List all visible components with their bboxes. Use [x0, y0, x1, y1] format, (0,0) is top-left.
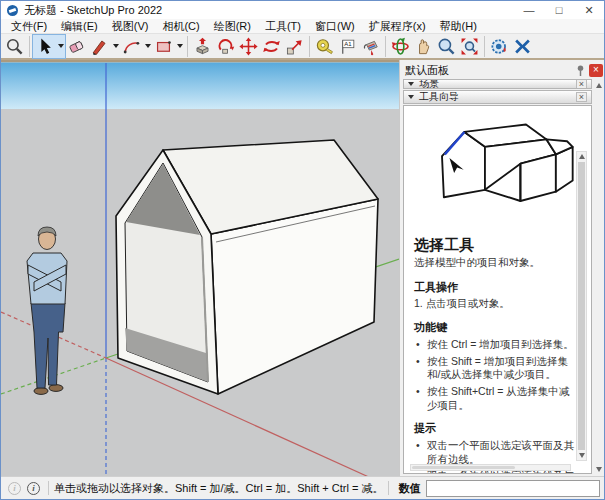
arc-icon — [122, 37, 141, 56]
line-tool-dropdown[interactable] — [111, 35, 120, 58]
trimble-connect-button[interactable] — [511, 35, 534, 58]
tray-scrollbar[interactable] — [593, 79, 605, 478]
eraser-tool-button[interactable] — [65, 35, 88, 58]
maximize-button[interactable]: □ — [544, 1, 574, 19]
follow-me-tool-button[interactable] — [214, 35, 237, 58]
tape-measure-tool-button[interactable] — [313, 35, 336, 58]
tip-item: 双击一个平面以选定该平面及其所有边线。 — [414, 439, 575, 466]
toolbar-separator — [484, 36, 485, 57]
section-close-icon[interactable]: × — [576, 79, 587, 89]
paint-bucket-icon — [361, 37, 380, 56]
scale-icon — [285, 37, 304, 56]
tray-scroll-down-icon[interactable] — [596, 467, 602, 472]
menu-item[interactable]: 绘图(R) — [208, 18, 257, 35]
text-tool-button[interactable]: A1 — [336, 35, 359, 58]
tray-title-bar[interactable]: 默认面板 × — [400, 60, 605, 79]
menu-item[interactable]: 相机(C) — [156, 18, 205, 35]
illus-right-wall — [520, 154, 555, 201]
model-canvas — [1, 60, 399, 478]
menu-bar: 文件(F)编辑(E)视图(V)相机(C)绘图(R)工具(T)窗口(W)扩展程序(… — [1, 19, 604, 34]
measurement-input[interactable] — [426, 480, 600, 497]
scroll-up-icon[interactable] — [579, 154, 585, 159]
operation-heading: 工具操作 — [414, 280, 575, 295]
orbit-tool-button[interactable] — [389, 35, 412, 58]
close-button[interactable]: ✕ — [574, 1, 604, 19]
sketchup-logo-icon — [7, 5, 18, 16]
search-button[interactable] — [3, 35, 26, 58]
instructor-illustration — [414, 114, 575, 234]
tape-measure-icon — [315, 37, 334, 56]
zoom-extents-button[interactable] — [458, 35, 481, 58]
scrollbar-thumb[interactable] — [578, 162, 585, 450]
menu-item[interactable]: 编辑(E) — [55, 18, 104, 35]
tray-section-instructor[interactable]: 工具向导 × — [403, 90, 592, 104]
rectangle-tool-button[interactable] — [152, 35, 184, 58]
menu-item[interactable]: 视图(V) — [106, 18, 155, 35]
trimble-connect-icon — [513, 37, 532, 56]
select-tool-button[interactable] — [33, 35, 65, 58]
zoom-icon — [437, 37, 456, 56]
status-separator — [388, 481, 389, 495]
tray-scroll-up-icon[interactable] — [596, 83, 602, 88]
modifier-key-item: 按住 Shift = 增加项目到选择集和/或从选择集中减少项目。 — [414, 355, 575, 382]
toolbar-separator — [309, 36, 310, 57]
line-tool-button[interactable] — [88, 35, 120, 58]
zoom-tool-button[interactable] — [435, 35, 458, 58]
arc-tool-dropdown[interactable] — [143, 35, 152, 58]
operation-step: 1. 点击项目或对象。 — [414, 297, 575, 311]
rotate-icon — [262, 37, 281, 56]
status-bar: i i 单击或拖动以选择对象。Shift = 加/减。Ctrl = 加。Shif… — [1, 476, 604, 499]
modifier-keys-list: 按住 Ctrl = 增加项目到选择集。按住 Shift = 增加项目到选择集和/… — [414, 338, 575, 412]
section-close-icon[interactable]: × — [576, 92, 587, 102]
pin-icon[interactable] — [575, 64, 586, 77]
toolbar-separator — [29, 36, 30, 57]
move-tool-button[interactable] — [237, 35, 260, 58]
default-tray-panel: 默认面板 × 场景 × 工具向导 × — [399, 60, 605, 478]
rectangle-icon — [154, 37, 173, 56]
title-bar: 无标题 - SketchUp Pro 2022 — □ ✕ — [1, 1, 604, 19]
collapse-triangle-icon — [408, 95, 414, 99]
scale-tool-button[interactable] — [283, 35, 306, 58]
text-icon: A1 — [338, 37, 357, 56]
push-pull-icon — [193, 37, 212, 56]
info-icon[interactable]: i — [27, 482, 40, 495]
viewport-top-edge — [1, 60, 399, 63]
measurement-label: 数值 — [398, 481, 420, 496]
pencil-icon — [90, 37, 109, 56]
pan-tool-button[interactable] — [412, 35, 435, 58]
arc-tool-button[interactable] — [120, 35, 152, 58]
scroll-down-icon[interactable] — [579, 453, 585, 458]
menu-item[interactable]: 扩展程序(x) — [363, 18, 432, 35]
section-label: 场景 — [419, 79, 439, 89]
search-icon — [5, 37, 24, 56]
globe-icon[interactable]: i — [8, 482, 21, 495]
window-title: 无标题 - SketchUp Pro 2022 — [24, 3, 162, 18]
main-area: 默认面板 × 场景 × 工具向导 × — [1, 60, 604, 476]
tray-close-button[interactable]: × — [589, 64, 603, 77]
menu-item[interactable]: 文件(F) — [5, 18, 53, 35]
menu-item[interactable]: 工具(T) — [259, 18, 307, 35]
instructor-horizontal-scrollbar[interactable] — [410, 464, 571, 471]
collapse-triangle-icon — [408, 82, 414, 86]
keys-heading: 功能键 — [414, 320, 575, 335]
svg-text:A1: A1 — [344, 41, 351, 47]
toolbar: A1 — [1, 34, 604, 60]
sketchup-window: { "window": { "title": "无标题 - SketchUp P… — [0, 0, 605, 500]
paint-bucket-tool-button[interactable] — [359, 35, 382, 58]
modifier-key-item: 按住 Ctrl = 增加项目到选择集。 — [414, 338, 575, 352]
status-hint: 单击或拖动以选择对象。Shift = 加/减。Ctrl = 加。Shift + … — [54, 481, 383, 496]
push-pull-tool-button[interactable] — [191, 35, 214, 58]
instructor-vertical-scrollbar[interactable] — [576, 151, 587, 461]
extension-manager-button[interactable] — [488, 35, 511, 58]
follow-me-icon — [216, 37, 235, 56]
menu-item[interactable]: 窗口(W) — [309, 18, 361, 35]
model-viewport[interactable] — [1, 60, 399, 478]
instructor-panel: 选择工具 选择模型中的项目和对象。 工具操作 1. 点击项目或对象。 功能键 按… — [403, 105, 592, 474]
select-tool-dropdown[interactable] — [56, 35, 65, 58]
rotate-tool-button[interactable] — [260, 35, 283, 58]
rectangle-tool-dropdown[interactable] — [175, 35, 184, 58]
menu-item[interactable]: 帮助(H) — [434, 18, 483, 35]
tray-section-scenes[interactable]: 场景 × — [403, 79, 592, 89]
orbit-icon — [391, 37, 410, 56]
minimize-button[interactable]: — — [514, 1, 544, 19]
